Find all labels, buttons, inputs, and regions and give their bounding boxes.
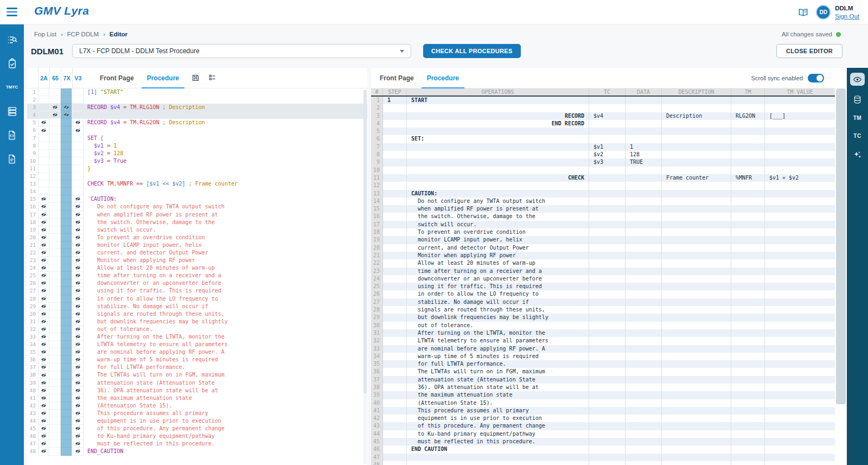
eye-off-icon[interactable] <box>74 119 81 125</box>
tab-front-page[interactable]: Front Page <box>93 68 141 88</box>
code-line[interactable]: must be reflected in this procedure. <box>84 440 367 448</box>
eye-off-icon[interactable] <box>40 372 47 378</box>
code-line[interactable]: out of tolerance. <box>84 326 367 333</box>
eye-off-icon[interactable] <box>74 425 81 431</box>
eye-off-icon[interactable] <box>74 395 81 401</box>
table-row[interactable]: 3RECORD$v4DescriptionRLG2ON[___] <box>371 112 835 120</box>
code-line[interactable]: Allow at least 20 minutes of warm-up <box>84 264 367 272</box>
eye-off-icon[interactable] <box>74 257 81 263</box>
eye-off-icon[interactable] <box>40 356 47 362</box>
table-row[interactable]: 37 attenuation state (Attenuation State <box>371 376 835 384</box>
manual-book-icon[interactable] <box>798 7 808 17</box>
eye-off-icon[interactable] <box>40 334 47 340</box>
eye-off-icon[interactable] <box>40 227 47 233</box>
code-line[interactable]: $v1 = 1 <box>84 142 367 150</box>
table-row[interactable]: 47 <box>371 454 835 461</box>
code-line[interactable]: To prevent an overdrive condition <box>84 234 367 241</box>
table-row[interactable]: 19 monitor LCAMP input power, helix <box>371 236 835 244</box>
table-row[interactable]: 11START <box>371 97 835 104</box>
eye-off-icon[interactable] <box>74 372 81 378</box>
ai-sparkles-icon[interactable] <box>851 149 864 161</box>
code-line[interactable]: RECORD $v4 = TM.RLG2ON ; Description <box>84 119 367 126</box>
eye-off-icon[interactable] <box>74 303 81 309</box>
eye-off-icon[interactable] <box>74 403 81 409</box>
code-line[interactable]: in order to allow the LO frequency to <box>84 295 367 303</box>
code-line[interactable]: warm-up time of 5 minutes is required <box>84 356 367 364</box>
table-row[interactable]: 26 in order to allow the LO frequency to <box>371 290 835 298</box>
table-row[interactable]: 15 when amplified RF power is present at <box>371 205 835 213</box>
eye-off-icon[interactable] <box>40 119 47 125</box>
table-row[interactable]: 46END CAUTION <box>371 445 835 453</box>
table-row[interactable]: 32 LTWTA telemetry to ensure all paramet… <box>371 337 835 345</box>
code-line[interactable]: switch will occur. <box>84 226 367 234</box>
eye-off-icon[interactable] <box>40 387 47 393</box>
tab-front-page-right[interactable]: Front Page <box>373 68 420 88</box>
eye-off-icon[interactable] <box>74 380 81 386</box>
tab-procedure[interactable]: Procedure <box>141 68 186 88</box>
code-line[interactable] <box>84 188 367 195</box>
eye-off-icon[interactable] <box>40 280 47 286</box>
eye-off-icon[interactable] <box>40 128 47 133</box>
gutter-column-2A[interactable]: 2A <box>38 68 49 88</box>
table-row[interactable]: 39 the maximum attenuation state <box>371 391 835 399</box>
gutter-column-7X[interactable]: 7X <box>61 68 72 88</box>
code-line[interactable]: are nominal before applying RF power. A <box>84 348 367 356</box>
eye-off-icon[interactable] <box>40 311 47 317</box>
code-line[interactable]: CHECK TM.%MNFR == [$v1 << $v2] ; Frame c… <box>84 180 367 188</box>
code-line[interactable]: (Attenuation State 15). <box>84 402 367 410</box>
table-row[interactable]: 44 to Ku-band primary equipment/pathway <box>371 430 835 438</box>
eye-off-icon[interactable] <box>40 364 47 370</box>
sign-out-link[interactable]: Sign Out <box>835 12 859 20</box>
table-row[interactable]: 34 warm-up time of 5 minutes is required <box>371 353 835 360</box>
table-row[interactable]: 12 <box>371 182 835 189</box>
code-line[interactable]: This procedure assumes all primary <box>84 410 367 417</box>
table-row[interactable]: 25 using it for traffic. This is require… <box>371 283 835 290</box>
table-row[interactable]: 24 downconverter or an upconverter befor… <box>371 275 835 283</box>
visibility-eye-icon[interactable] <box>850 73 865 86</box>
table-row[interactable]: 9$v3TRUE <box>371 158 835 166</box>
eye-off-icon[interactable] <box>74 387 81 393</box>
eye-off-icon[interactable] <box>40 257 47 263</box>
table-row[interactable]: 2 <box>371 104 835 112</box>
breadcrumb-fcp-ddlm[interactable]: FCP DDLM <box>67 31 99 37</box>
table-row[interactable]: 45 must be reflected in this procedure. <box>371 438 835 445</box>
code-line[interactable]: the switch. Otherwise, damage to the <box>84 219 367 226</box>
eye-off-icon[interactable] <box>52 112 59 118</box>
eye-off-icon[interactable] <box>74 272 81 278</box>
code-line[interactable]: Monitor when applying RF power <box>84 257 367 264</box>
code-line[interactable] <box>84 173 367 180</box>
eye-off-icon[interactable] <box>40 203 47 209</box>
table-row[interactable]: 35 for full LTWTA performance. <box>371 360 835 368</box>
eye-off-icon[interactable] <box>40 433 47 439</box>
eye-off-icon[interactable] <box>40 265 47 271</box>
editor-scrollbar-thumb[interactable] <box>363 90 367 393</box>
eye-off-icon[interactable] <box>40 250 47 256</box>
eye-off-icon[interactable] <box>40 234 47 240</box>
table-row[interactable]: 4END RECORD <box>371 120 835 128</box>
eye-off-icon[interactable] <box>74 288 81 294</box>
code-line[interactable]: attenuation state (Attenuation State <box>84 379 367 387</box>
eye-off-icon[interactable] <box>40 219 47 225</box>
code-line[interactable]: of this procedure. Any permanent change <box>84 425 367 432</box>
code-line[interactable]: LTWTA telemetry to ensure all parameters <box>84 341 367 348</box>
code-line[interactable] <box>84 111 367 119</box>
eye-off-icon[interactable] <box>74 418 81 424</box>
eye-off-icon[interactable] <box>74 311 81 317</box>
table-row[interactable]: 7$v11 <box>371 143 835 151</box>
document-icon[interactable] <box>6 153 18 165</box>
table-scrollbar-thumb[interactable] <box>836 88 846 404</box>
eye-off-icon[interactable] <box>74 280 81 286</box>
eye-off-icon[interactable] <box>74 203 81 209</box>
table-row[interactable]: 42 equipment is in use prior to executio… <box>371 415 835 422</box>
eye-off-icon[interactable] <box>40 380 47 386</box>
eye-off-icon[interactable] <box>40 296 47 302</box>
tc-panel-button[interactable]: TC <box>853 131 861 141</box>
eye-off-icon[interactable] <box>74 364 81 370</box>
eye-off-icon[interactable] <box>40 441 47 447</box>
table-row[interactable]: 36 The LTWTAs will turn on in FGM, maxim… <box>371 368 835 375</box>
code-line[interactable]: The LTWTAs will turn on in FGM, maximum <box>84 371 367 379</box>
eye-off-icon[interactable] <box>52 104 59 110</box>
table-row[interactable]: 20 current, and detector Output Power <box>371 244 835 252</box>
procedures-clipboard-icon[interactable] <box>6 58 18 69</box>
tm-panel-button[interactable]: TM <box>853 113 861 123</box>
